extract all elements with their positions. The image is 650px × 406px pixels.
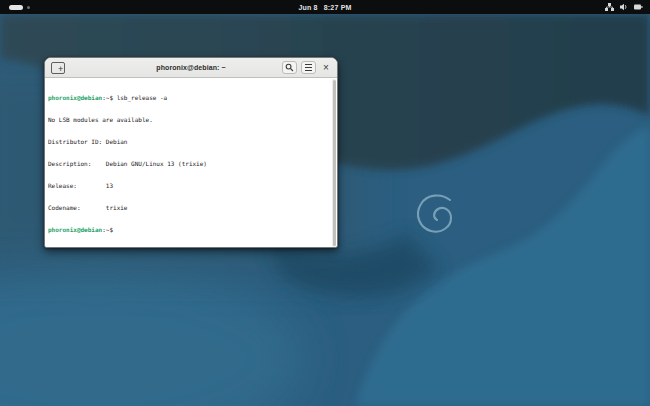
terminal-window: + phoronix@debian: ~ × phoroni <box>44 57 338 248</box>
titlebar-controls: × <box>282 61 332 74</box>
gnome-top-bar: Jun 8 8:27 PM <box>0 0 650 14</box>
search-button[interactable] <box>282 61 297 74</box>
terminal-titlebar[interactable]: + phoronix@debian: ~ × <box>45 58 337 78</box>
terminal-line: phoronix@debian:~$ <box>48 226 329 233</box>
terminal-line: phoronix@debian:~$ lsb_release -a <box>48 94 329 101</box>
close-button[interactable]: × <box>320 61 332 74</box>
volume-icon <box>620 3 628 11</box>
hamburger-menu-icon <box>305 64 312 71</box>
clock-menu[interactable]: Jun 8 8:27 PM <box>0 0 650 14</box>
search-icon <box>285 60 294 75</box>
terminal-line: Release: 13 <box>48 182 329 189</box>
prompt-user: phoronix@debian <box>48 226 102 233</box>
terminal-line: Description: Debian GNU/Linux 13 (trixie… <box>48 160 329 167</box>
prompt-suffix: :~$ <box>102 94 116 101</box>
terminal-scrollbar[interactable] <box>332 79 336 247</box>
terminal-line: No LSB modules are available. <box>48 116 329 123</box>
menu-button[interactable] <box>301 61 316 74</box>
network-icon <box>605 3 614 11</box>
terminal-line: Distributor ID: Debian <box>48 138 329 145</box>
prompt-user: phoronix@debian <box>48 94 102 101</box>
terminal-line: Codename: trixie <box>48 204 329 211</box>
prompt-suffix: :~$ <box>102 226 113 233</box>
scrollbar-thumb[interactable] <box>333 80 336 246</box>
new-tab-button[interactable]: + <box>51 62 65 74</box>
command-text: lsb_release -a <box>117 94 168 101</box>
desktop-screen: Jun 8 8:27 PM <box>0 0 650 406</box>
system-status-area[interactable] <box>605 0 643 14</box>
time-label: 8:27 PM <box>324 4 352 11</box>
date-label: Jun 8 <box>298 4 317 11</box>
terminal-content[interactable]: phoronix@debian:~$ lsb_release -a No LSB… <box>45 78 337 248</box>
battery-icon <box>634 3 643 11</box>
